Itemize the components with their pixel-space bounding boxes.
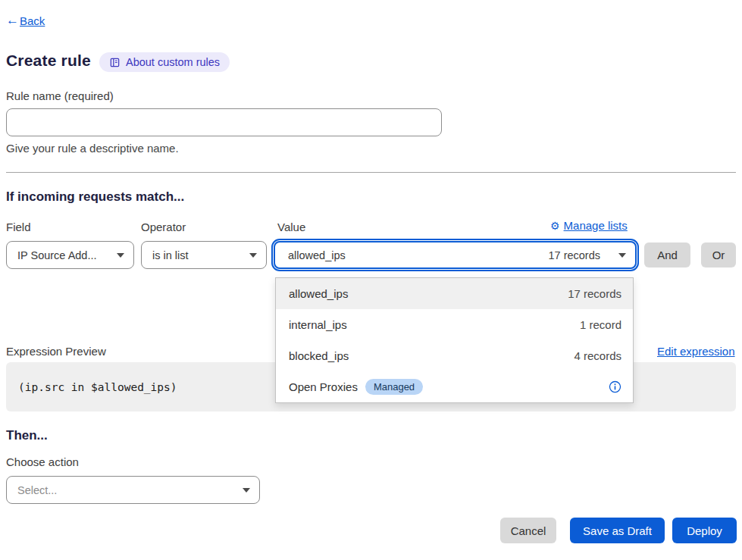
list-option-name: internal_ips [289, 318, 347, 331]
expression-code: (ip.src in $allowed_ips) [18, 381, 177, 393]
value-label: Value [277, 221, 305, 233]
deploy-button[interactable]: Deploy [672, 518, 737, 543]
page-title: Create rule [6, 52, 91, 70]
chevron-down-icon [243, 488, 250, 493]
about-custom-rules-link[interactable]: About custom rules [99, 52, 230, 72]
operator-label: Operator [141, 221, 186, 233]
list-option-records: 17 records [568, 287, 621, 300]
save-as-draft-button[interactable]: Save as Draft [570, 518, 665, 543]
value-select[interactable]: allowed_ips 17 records [274, 241, 637, 269]
back-arrow-icon: ← [6, 13, 19, 28]
section-divider [6, 172, 736, 173]
or-button[interactable]: Or [701, 242, 736, 267]
list-option-name: allowed_ips [289, 287, 348, 300]
list-option-open-proxies[interactable]: Open Proxies Managed [276, 371, 633, 402]
match-section-heading: If incoming requests match... [6, 189, 184, 205]
operator-select-value: is in list [152, 249, 189, 261]
info-icon[interactable] [609, 380, 621, 393]
edit-expression-link[interactable]: Edit expression [657, 345, 735, 358]
rule-name-input[interactable] [6, 108, 442, 136]
and-button[interactable]: And [644, 242, 690, 267]
operator-select[interactable]: is in list [141, 241, 267, 269]
action-select-placeholder: Select... [17, 484, 57, 496]
manage-lists-label: Manage lists [564, 219, 628, 232]
list-option-internal-ips[interactable]: internal_ips 1 record [276, 309, 633, 340]
list-option-name: Open Proxies [289, 380, 358, 393]
create-rule-page: ←Back Create rule About custom rules Rul… [0, 0, 742, 560]
rule-name-helper: Give your rule a descriptive name. [6, 142, 179, 155]
chevron-down-icon [249, 253, 257, 258]
list-option-name: blocked_ips [289, 349, 349, 362]
back-link-label: Back [20, 14, 45, 27]
list-dropdown-menu: allowed_ips 17 records internal_ips 1 re… [275, 277, 634, 403]
chevron-down-icon [618, 253, 626, 258]
choose-action-label: Choose action [6, 455, 79, 468]
about-badge-label: About custom rules [126, 56, 220, 68]
list-option-records: 4 records [574, 349, 621, 362]
back-link[interactable]: ←Back [6, 13, 45, 28]
value-select-records: 17 records [548, 249, 600, 261]
manage-lists-link[interactable]: ⚙ Manage lists [550, 219, 637, 232]
list-option-blocked-ips[interactable]: blocked_ips 4 records [276, 340, 633, 371]
field-select[interactable]: IP Source Add... [6, 241, 134, 269]
then-section-heading: Then... [6, 428, 48, 443]
field-select-value: IP Source Add... [17, 249, 97, 261]
chevron-down-icon [117, 253, 124, 258]
gear-icon: ⚙ [550, 220, 560, 232]
field-label: Field [6, 221, 31, 233]
expression-preview-label: Expression Preview [6, 345, 106, 358]
rule-name-label: Rule name (required) [6, 89, 114, 102]
value-select-value: allowed_ips [288, 249, 346, 261]
cancel-button[interactable]: Cancel [500, 518, 556, 543]
action-select[interactable]: Select... [6, 476, 260, 504]
managed-badge: Managed [365, 379, 423, 395]
list-option-allowed-ips[interactable]: allowed_ips 17 records [276, 278, 633, 309]
book-icon [109, 57, 121, 68]
list-option-records: 1 record [580, 318, 621, 331]
